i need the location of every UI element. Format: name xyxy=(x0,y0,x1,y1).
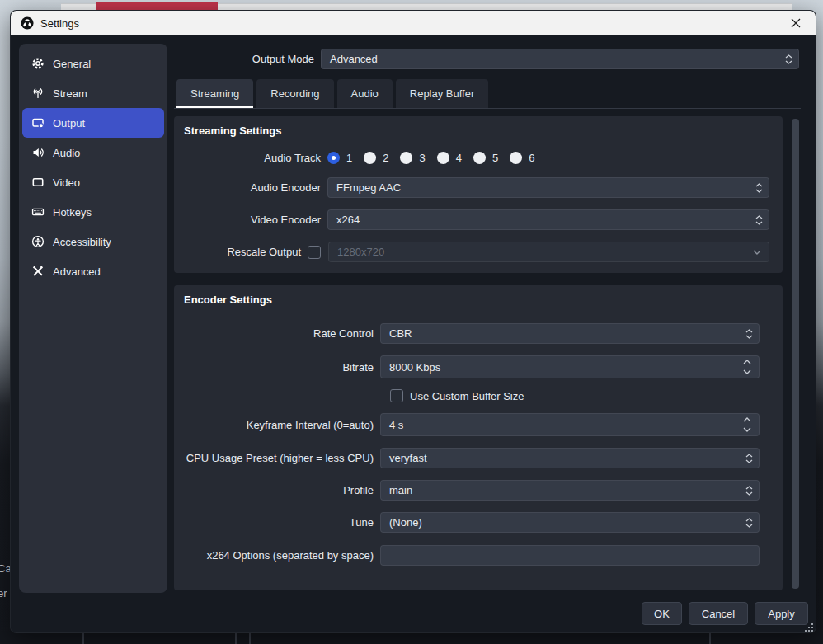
radio-track-4[interactable] xyxy=(437,152,449,164)
x264-options-row: x264 Options (separated by space) xyxy=(184,545,773,566)
spin-up-icon[interactable] xyxy=(743,417,751,422)
video-encoder-select[interactable]: x264 xyxy=(327,209,769,230)
streaming-settings-panel: Streaming Settings Audio Track 1 2 3 4 5… xyxy=(174,116,783,273)
tab-label: Replay Buffer xyxy=(410,87,475,100)
bitrate-value: 8000 Kbps xyxy=(389,361,440,374)
radio-track-5[interactable] xyxy=(473,152,486,164)
radio-label: 1 xyxy=(346,152,352,164)
chevron-updown-icon xyxy=(745,454,753,463)
sidebar-item-advanced[interactable]: Advanced xyxy=(22,256,164,286)
spin-down-icon[interactable] xyxy=(743,369,751,374)
audio-encoder-row: Audio Encoder FFmpeg AAC xyxy=(184,177,773,198)
tab-label: Recording xyxy=(270,87,319,100)
dock-divider xyxy=(709,633,711,644)
titlebar[interactable]: Settings xyxy=(11,11,816,35)
dialog-title: Settings xyxy=(40,17,79,30)
monitor-icon xyxy=(31,176,45,189)
tab-recording[interactable]: Recording xyxy=(256,79,333,108)
close-icon[interactable] xyxy=(786,13,806,33)
apply-button[interactable]: Apply xyxy=(755,602,808,625)
video-encoder-row: Video Encoder x264 xyxy=(184,209,773,230)
tune-row: Tune (None) xyxy=(184,512,773,533)
tune-select[interactable]: (None) xyxy=(380,512,760,533)
dock-divider xyxy=(82,633,84,644)
x264-options-label: x264 Options (separated by space) xyxy=(184,549,374,562)
cpu-preset-row: CPU Usage Preset (higher = less CPU) ver… xyxy=(184,448,773,468)
cpu-preset-select[interactable]: veryfast xyxy=(380,448,760,468)
spin-up-icon[interactable] xyxy=(743,360,751,364)
bitrate-spinbox[interactable]: 8000 Kbps xyxy=(380,355,760,378)
background-text-fragment: er xyxy=(0,587,7,599)
chevron-updown-icon xyxy=(785,54,792,64)
rate-control-label: Rate Control xyxy=(184,327,374,340)
output-mode-select[interactable]: Advanced xyxy=(321,49,799,69)
custom-buffer-label: Use Custom Buffer Size xyxy=(410,390,524,402)
chevron-updown-icon xyxy=(745,329,753,339)
tab-label: Streaming xyxy=(190,87,239,100)
spin-down-icon[interactable] xyxy=(743,427,751,432)
tab-streaming[interactable]: Streaming xyxy=(176,79,253,108)
audio-track-row: Audio Track 1 2 3 4 5 6 xyxy=(184,149,773,166)
background-red-tab xyxy=(96,2,218,10)
output-icon xyxy=(31,116,45,129)
profile-label: Profile xyxy=(184,484,374,496)
output-mode-label: Output Mode xyxy=(174,53,314,65)
vertical-scrollbar[interactable] xyxy=(792,119,799,589)
output-tabs: Streaming Recording Audio Replay Buffer xyxy=(176,79,488,108)
audio-encoder-select[interactable]: FFmpeg AAC xyxy=(327,177,769,198)
sidebar-item-video[interactable]: Video xyxy=(22,167,164,197)
antenna-icon xyxy=(31,87,45,100)
ok-button[interactable]: OK xyxy=(642,602,682,625)
custom-buffer-row: Use Custom Buffer Size xyxy=(184,388,773,403)
sidebar-item-general[interactable]: General xyxy=(22,49,164,78)
rescale-output-row: Rescale Output 1280x720 xyxy=(184,242,773,262)
sidebar-item-hotkeys[interactable]: Hotkeys xyxy=(22,197,164,227)
rescale-resolution-combo[interactable]: 1280x720 xyxy=(328,242,769,262)
tab-audio[interactable]: Audio xyxy=(337,79,393,108)
sidebar-item-accessibility[interactable]: Accessibility xyxy=(22,227,164,256)
accessibility-icon xyxy=(31,235,45,248)
profile-value: main xyxy=(389,484,412,496)
radio-label: 2 xyxy=(383,152,388,164)
custom-buffer-checkbox[interactable] xyxy=(390,389,403,402)
output-mode-row: Output Mode Advanced xyxy=(174,49,799,69)
video-encoder-value: x264 xyxy=(336,214,360,226)
chevron-updown-icon xyxy=(745,486,753,496)
cpu-preset-value: veryfast xyxy=(389,452,427,464)
sidebar-item-label: Stream xyxy=(53,87,87,100)
radio-track-1[interactable] xyxy=(327,152,340,164)
audio-track-label: Audio Track xyxy=(184,152,321,164)
tab-replay-buffer[interactable]: Replay Buffer xyxy=(396,79,489,108)
x264-options-input[interactable] xyxy=(380,545,760,566)
sidebar-item-label: General xyxy=(53,58,91,70)
chevron-updown-icon xyxy=(755,183,763,193)
profile-select[interactable]: main xyxy=(380,480,760,501)
sidebar-item-stream[interactable]: Stream xyxy=(22,78,164,108)
sidebar-item-label: Advanced xyxy=(53,266,101,278)
dock-divider xyxy=(235,633,237,644)
chevron-updown-icon xyxy=(745,518,753,528)
keyframe-interval-spinbox[interactable]: 4 s xyxy=(380,413,760,436)
video-encoder-label: Video Encoder xyxy=(184,214,321,226)
sidebar-item-output[interactable]: Output xyxy=(22,108,164,138)
chevron-updown-icon xyxy=(755,215,763,225)
radio-track-2[interactable] xyxy=(364,152,376,164)
radio-track-3[interactable] xyxy=(400,152,412,164)
resize-grip[interactable] xyxy=(805,623,813,632)
bitrate-row: Bitrate 8000 Kbps xyxy=(184,355,773,378)
rate-control-row: Rate Control CBR xyxy=(184,323,773,344)
sidebar-item-label: Output xyxy=(53,117,85,129)
rate-control-select[interactable]: CBR xyxy=(380,323,760,344)
output-mode-value: Advanced xyxy=(330,53,378,65)
cancel-button[interactable]: Cancel xyxy=(689,602,748,625)
keyframe-interval-value: 4 s xyxy=(389,419,403,431)
rescale-output-checkbox[interactable] xyxy=(308,246,321,259)
rescale-output-label: Rescale Output xyxy=(184,246,301,258)
radio-label: 4 xyxy=(456,152,462,164)
radio-label: 3 xyxy=(419,152,425,164)
cpu-preset-label: CPU Usage Preset (higher = less CPU) xyxy=(184,452,374,464)
radio-track-6[interactable] xyxy=(510,152,522,164)
gear-icon xyxy=(31,57,45,70)
panel-title: Encoder Settings xyxy=(184,294,773,307)
sidebar-item-audio[interactable]: Audio xyxy=(22,138,164,167)
